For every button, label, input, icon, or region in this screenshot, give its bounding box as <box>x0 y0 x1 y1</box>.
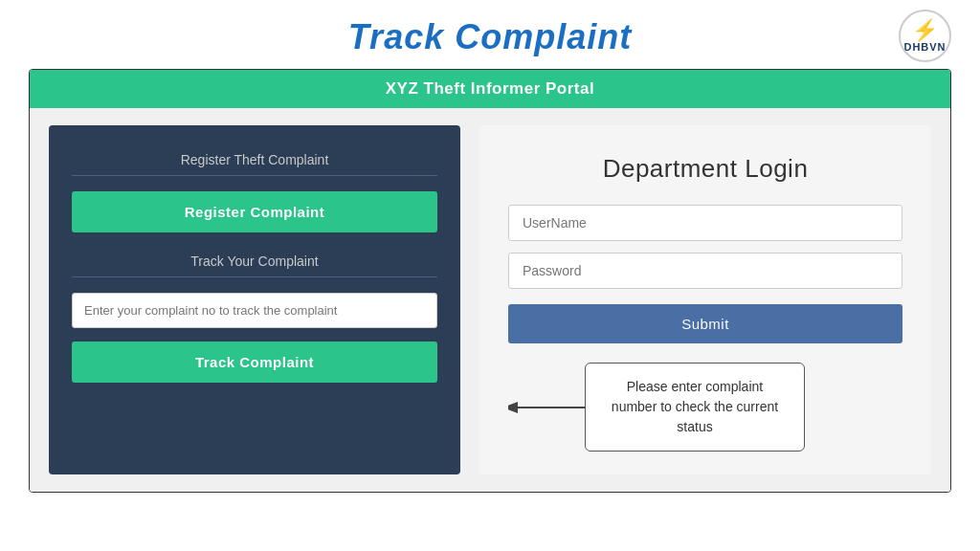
password-input[interactable] <box>508 253 902 289</box>
logo-circle: ⚡ DHBVN <box>899 10 951 62</box>
logo-area: ⚡ DHBVN <box>899 10 951 62</box>
dept-login-title: Department Login <box>603 154 809 184</box>
main-card: XYZ Theft Informer Portal Register Theft… <box>29 69 951 493</box>
portal-bar: XYZ Theft Informer Portal <box>30 70 950 108</box>
callout-area: Please enter complaint number to check t… <box>508 363 902 452</box>
register-section-title: Register Theft Complaint <box>72 152 437 167</box>
track-section: Track Your Complaint Track Complaint <box>72 253 437 383</box>
left-panel: Register Theft Complaint Register Compla… <box>49 125 460 474</box>
track-complaint-input[interactable] <box>72 293 437 328</box>
track-complaint-button[interactable]: Track Complaint <box>72 342 437 383</box>
content-area: Register Theft Complaint Register Compla… <box>30 108 950 492</box>
track-section-title: Track Your Complaint <box>72 253 437 269</box>
right-panel: Department Login Submit Please enter com… <box>479 125 931 474</box>
lightning-icon: ⚡ <box>912 20 938 41</box>
track-divider <box>72 276 437 277</box>
callout-box: Please enter complaint number to check t… <box>585 363 805 452</box>
register-complaint-button[interactable]: Register Complaint <box>72 191 437 232</box>
username-input[interactable] <box>508 205 902 241</box>
submit-button[interactable]: Submit <box>508 304 902 343</box>
page-header: Track Complaint ⚡ DHBVN <box>0 0 980 69</box>
callout-text: Please enter complaint number to check t… <box>612 379 778 434</box>
logo-name: DHBVN <box>903 41 946 53</box>
register-divider <box>72 175 437 176</box>
page-title: Track Complaint <box>348 17 632 57</box>
callout-arrow-svg <box>508 388 585 427</box>
portal-bar-text: XYZ Theft Informer Portal <box>386 79 594 98</box>
